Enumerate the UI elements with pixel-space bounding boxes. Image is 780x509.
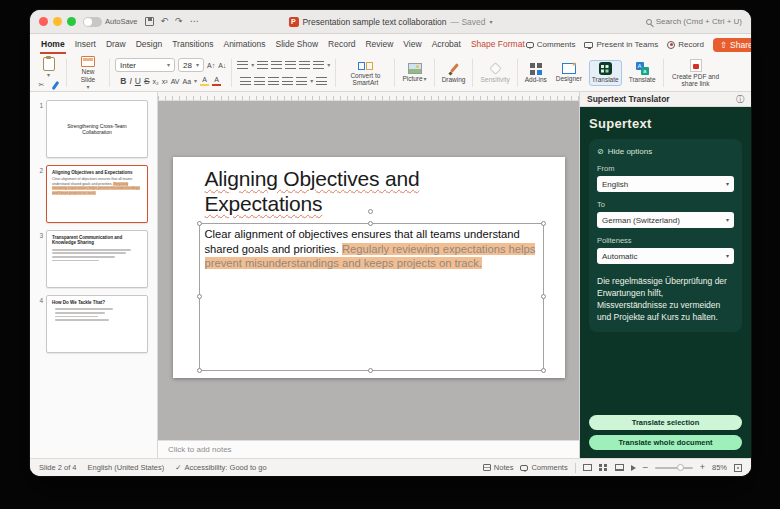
create-pdf-button[interactable]: Create PDF and share link [669,58,723,89]
slide-title-text[interactable]: Aligning Objectives and Expectations [205,167,475,217]
accessibility-status[interactable]: ✓ Accessibility: Good to go [175,463,266,472]
notes-toggle-button[interactable]: Notes [483,463,514,472]
tab-acrobat[interactable]: Acrobat [431,36,462,54]
title-chevron-down-icon[interactable]: ▾ [490,19,493,25]
zoom-slider[interactable] [655,467,693,469]
italic-button[interactable]: I [129,77,131,86]
slide-sorter-view-button[interactable] [599,464,608,471]
text-direction-button[interactable] [299,61,310,69]
hide-options-button[interactable]: ⊘ Hide options [597,147,734,156]
resize-handle[interactable] [368,221,373,226]
slideshow-button[interactable] [631,465,636,471]
new-slide-button[interactable]: New Slide ▾ [72,55,104,91]
save-icon[interactable] [145,17,154,26]
autosave-toggle[interactable]: AutoSave [83,17,138,27]
picture-button[interactable]: Picture ▾ [400,62,428,83]
tab-view[interactable]: View [402,36,422,54]
resize-handle[interactable] [368,368,373,373]
current-slide[interactable]: Aligning Objectives and Expectations Cle… [173,157,565,378]
resize-handle[interactable] [541,294,546,299]
align-right-button[interactable] [268,77,279,85]
superscript-button[interactable]: x² [162,78,168,85]
reading-view-button[interactable] [615,464,624,471]
comments-button[interactable]: Comments [526,40,576,49]
columns-button[interactable] [296,77,307,85]
comments-toggle-button[interactable]: Comments [520,463,567,472]
rotate-handle[interactable] [368,209,373,214]
politeness-select[interactable]: Automatic ▾ [597,248,734,264]
tab-record[interactable]: Record [327,36,356,54]
search-box[interactable]: Search (Cmd + Ctrl + U) [646,17,742,26]
present-in-teams-button[interactable]: Present in Teams [584,40,658,49]
notes-pane[interactable]: Click to add notes [158,440,579,458]
line-spacing-button[interactable] [313,61,324,69]
tab-home[interactable]: Home [40,36,66,54]
slide-indicator[interactable]: Slide 2 of 4 [39,463,77,472]
document-title[interactable]: Presentation sample text collaboration [302,17,446,27]
resize-handle[interactable] [541,368,546,373]
change-case-button[interactable]: Aa [182,78,191,85]
more-commands-icon[interactable]: ⋯ [190,17,199,26]
normal-view-button[interactable] [583,464,592,471]
convert-smartart-button[interactable]: Convert to SmartArt [341,59,389,88]
zoom-out-button[interactable]: – [643,463,648,472]
tab-draw[interactable]: Draw [105,36,127,54]
cut-icon[interactable]: ✂ [36,80,47,90]
font-color-button[interactable]: A [212,76,221,87]
tab-animations[interactable]: Animations [222,36,266,54]
close-button[interactable] [39,17,48,26]
format-painter-icon[interactable] [50,80,61,90]
slide-4-thumbnail[interactable]: How Do We Tackle That? [46,295,148,353]
resize-handle[interactable] [541,221,546,226]
minimize-button[interactable] [53,17,62,26]
justify-button[interactable] [282,77,293,85]
strikethrough-button[interactable]: S [144,77,150,86]
text-highlight-button[interactable]: A [200,76,209,87]
to-language-select[interactable]: German (Switzerland) ▾ [597,212,734,228]
tab-insert[interactable]: Insert [74,36,97,54]
slide-2-thumbnail[interactable]: Aligning Objectives and Expectations Cle… [46,165,148,223]
tab-slide-show[interactable]: Slide Show [275,36,320,54]
numbering-button[interactable] [257,61,268,69]
paste-button[interactable]: ▾ [41,56,57,79]
resize-handle[interactable] [197,294,202,299]
tab-design[interactable]: Design [135,36,163,54]
sensitivity-button[interactable]: Sensitivity [478,61,511,84]
horizontal-ruler[interactable] [158,92,579,101]
align-left-button[interactable] [240,77,251,85]
fit-slide-icon[interactable] [734,464,742,472]
resize-handle[interactable] [197,221,202,226]
language-indicator[interactable]: English (United States) [88,463,165,472]
bold-button[interactable]: B [120,77,126,86]
tab-shape-format[interactable]: Shape Format [470,36,526,54]
zoom-in-button[interactable]: + [700,463,705,472]
subscript-button[interactable]: x₂ [153,78,159,85]
indent-increase-button[interactable] [285,61,296,69]
slide-3-thumbnail[interactable]: Transparent Communication and Knowledge … [46,230,148,288]
share-button[interactable]: ⇧ Share ▾ [713,38,751,52]
zoom-slider-knob[interactable] [677,464,684,471]
font-name-select[interactable]: Inter ▾ [115,58,175,72]
tab-transitions[interactable]: Transitions [171,36,214,54]
tab-review[interactable]: Review [364,36,394,54]
bullets-button[interactable] [237,61,248,69]
drawing-button[interactable]: Drawing [440,62,468,84]
zoom-level[interactable]: 85% [712,463,727,472]
redo-icon[interactable]: ↷ [175,17,183,26]
font-size-select[interactable]: 28 ▾ [178,58,204,72]
vertical-align-button[interactable] [316,77,327,85]
record-button[interactable]: Record [667,40,704,49]
slide-1-thumbnail[interactable]: Strengthening Cross-Team Collaboration [46,100,148,158]
supertext-translate-button[interactable]: Translate [589,60,622,85]
designer-button[interactable]: Designer [554,62,584,83]
office-translate-button[interactable]: Translate [627,61,658,84]
translate-selection-button[interactable]: Translate selection [589,415,742,430]
align-center-button[interactable] [254,77,265,85]
zoom-button[interactable] [67,17,76,26]
character-spacing-button[interactable]: AV [171,78,180,85]
translate-document-button[interactable]: Translate whole document [589,435,742,450]
underline-button[interactable]: U [135,77,141,86]
body-text[interactable]: Clear alignment of objectives ensures th… [200,224,543,274]
undo-icon[interactable]: ↶ [161,17,169,26]
info-icon[interactable]: ⓘ [736,94,744,105]
